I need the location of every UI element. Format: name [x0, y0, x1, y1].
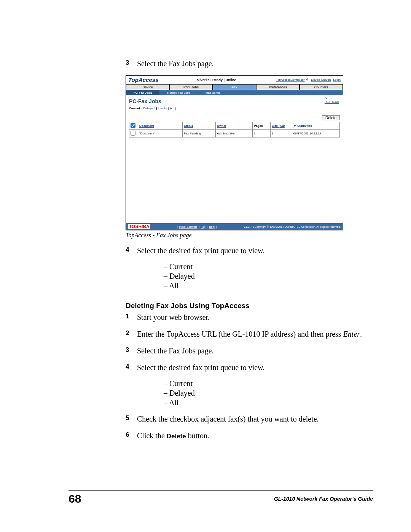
step-text: Enter the TopAccess URL (the GL-1010 IP …: [137, 329, 373, 339]
login-link[interactable]: Login: [333, 78, 341, 81]
step-num: 1: [126, 312, 137, 322]
bullets-1: Current Delayed All: [164, 262, 373, 290]
step-text: Click the Delete button.: [137, 431, 373, 441]
bullet: Current: [164, 379, 373, 388]
subtab-routed[interactable]: Routed Fax Jobs: [159, 90, 198, 95]
ss-footer: TOSHIBA | Install Software | Top | Help …: [126, 223, 343, 230]
filter-row: Current | Delayed | Invalid | All |: [129, 107, 340, 110]
subtab-pcfax[interactable]: PC-Fax Jobs: [126, 90, 159, 95]
cell-status: Fax Pending: [183, 130, 216, 137]
col-status[interactable]: Status: [183, 122, 216, 130]
flink-help[interactable]: Help: [209, 225, 214, 228]
filter-current: Current: [129, 107, 140, 110]
section-heading: Deleting Fax Jobs Using TopAccess: [126, 302, 373, 310]
d-step-3: 3 Select the Fax Jobs page.: [126, 346, 373, 356]
step-text: Select the desired fax print queue to vi…: [137, 363, 373, 372]
top-links: TopAccessComposer 🖨 Device Search Login: [274, 78, 341, 81]
d-step-5: 5 Check the checkbox adjacent fax(s) tha…: [126, 414, 373, 424]
tab-printjobs[interactable]: Print Jobs: [169, 84, 213, 90]
col-pages: Pages: [253, 122, 271, 130]
footer-links: | Install Software | Top | Help |: [177, 225, 217, 228]
delete-row: Delete: [129, 115, 340, 120]
txt-b: .: [360, 330, 362, 338]
device-status: silverkel. Ready | Online: [197, 78, 236, 82]
device-search-link[interactable]: Device Search: [311, 78, 331, 81]
step-num: 3: [126, 59, 137, 69]
tab-fax[interactable]: Fax: [213, 84, 256, 90]
bullets-2: Current Delayed All: [164, 379, 373, 407]
step-text: Check the checkbox adjacent fax(s) that …: [137, 414, 373, 424]
txt-a: Click the: [137, 431, 167, 440]
step-4: 4 Select the desired fax print queue to …: [126, 246, 373, 256]
cell-document: "Document": [138, 130, 183, 137]
col-size[interactable]: Size (KB): [271, 122, 292, 130]
txt-italic: Enter: [343, 330, 360, 338]
d-step-2: 2 Enter the TopAccess URL (the GL-1010 I…: [126, 329, 373, 339]
step-num: 5: [126, 414, 137, 424]
bullet: Delayed: [164, 389, 373, 398]
flink-top[interactable]: Top: [201, 225, 205, 228]
d-step-1: 1 Start your web browser.: [126, 312, 373, 322]
filter-invalid[interactable]: Invalid: [158, 107, 167, 110]
main-tabs: Device Print Jobs Fax Preferences Counte…: [126, 84, 343, 90]
col-document[interactable]: Document: [138, 122, 183, 130]
refresh-label: REFRESH: [325, 100, 339, 104]
sub-tabs: PC-Fax Jobs Routed Fax Jobs Mail Boxes: [126, 90, 343, 95]
page-footer: 68 GL-1010 Network Fax Operator's Guide: [68, 490, 373, 505]
table-row: "Document" Fax Pending Administrator 1 1…: [129, 130, 340, 137]
txt-b: button.: [186, 431, 209, 440]
brand-logo: TopAccess: [128, 77, 158, 83]
subtab-mailboxes[interactable]: Mail Boxes: [198, 90, 228, 95]
toshiba-brand: TOSHIBA: [128, 224, 150, 229]
jobs-table: Document Status Owner Pages Size (KB) ▼ …: [129, 122, 340, 137]
cell-size: 1: [271, 130, 292, 137]
col-submitted[interactable]: ▼ Submitted: [292, 122, 340, 130]
row-checkbox-cell[interactable]: [129, 130, 138, 137]
cell-owner: Administrator: [216, 130, 253, 137]
step-num: 4: [126, 363, 137, 372]
step-text: Start your web browser.: [137, 312, 373, 322]
delete-button[interactable]: Delete: [322, 115, 340, 120]
step-3-top: 3 Select the Fax Jobs page.: [126, 59, 373, 69]
cell-pages: 1: [253, 130, 271, 137]
d-step-6: 6 Click the Delete button.: [126, 431, 373, 441]
filter-all[interactable]: All: [170, 107, 173, 110]
step-text: Select the Fax Jobs page.: [137, 59, 373, 69]
tab-preferences[interactable]: Preferences: [256, 84, 299, 90]
screenshot-caption: TopAccess - Fax Jobs page: [126, 232, 373, 239]
panel: PC-Fax Jobs ⟳ REFRESH Current | Delayed …: [126, 95, 343, 223]
tab-counters[interactable]: Counters: [299, 84, 343, 90]
topaccess-screenshot: TopAccess silverkel. Ready | Online TopA…: [126, 75, 343, 230]
ss-header: TopAccess silverkel. Ready | Online TopA…: [126, 76, 343, 84]
page-number: 68: [68, 492, 81, 505]
bullet: All: [164, 281, 373, 290]
composer-link[interactable]: TopAccessComposer: [276, 78, 305, 81]
step-text: Select the desired fax print queue to vi…: [137, 246, 373, 256]
table-header-row: Document Status Owner Pages Size (KB) ▼ …: [129, 122, 340, 130]
cell-submitted: 08/17/2001 14:12:17: [292, 130, 340, 137]
step-num: 4: [126, 246, 137, 256]
printer-icon: 🖨: [306, 78, 309, 81]
col-submitted-label: Submitted: [297, 124, 312, 128]
step-num: 3: [126, 346, 137, 356]
bullet: All: [164, 398, 373, 407]
step-num: 6: [126, 431, 137, 441]
filter-delayed[interactable]: Delayed: [143, 107, 155, 110]
tab-device[interactable]: Device: [126, 84, 169, 90]
d-step-4: 4 Select the desired fax print queue to …: [126, 363, 373, 372]
col-owner[interactable]: Owner: [216, 122, 253, 130]
txt-a: Enter the TopAccess URL (the GL-1010 IP …: [137, 330, 343, 338]
row-checkbox[interactable]: [131, 131, 135, 136]
step-text: Select the Fax Jobs page.: [137, 346, 373, 356]
txt-bold: Delete: [167, 433, 186, 440]
guide-title: GL-1010 Network Fax Operator's Guide: [274, 496, 373, 502]
refresh-link[interactable]: ⟳ REFRESH: [325, 97, 339, 104]
footer-copyright: V.1.2.7.1 Copyright © 1999-2001 TOSHIBA …: [244, 225, 341, 228]
refresh-icon: ⟳: [325, 97, 327, 100]
flink-install[interactable]: Install Software: [179, 225, 198, 228]
step-num: 2: [126, 329, 137, 339]
col-checkbox[interactable]: [129, 122, 138, 130]
bullet: Current: [164, 262, 373, 271]
bullet: Delayed: [164, 272, 373, 281]
panel-title: PC-Fax Jobs: [129, 98, 340, 104]
